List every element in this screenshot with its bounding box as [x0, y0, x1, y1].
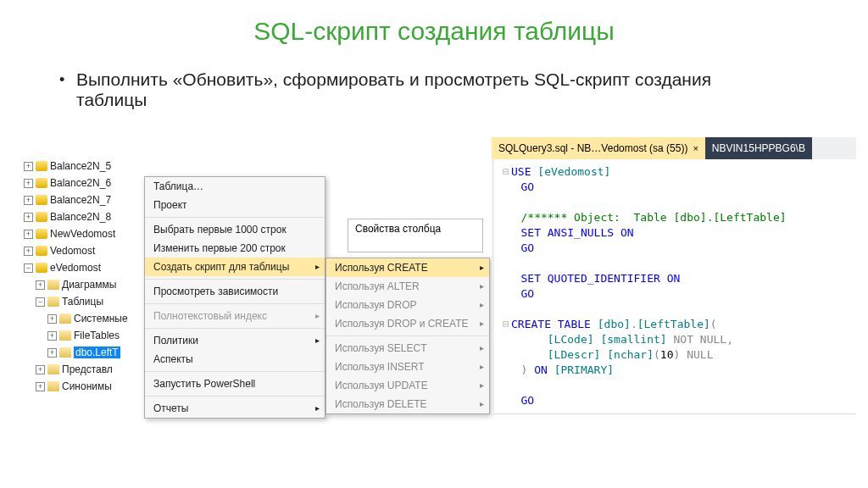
submenu-arrow-icon: ▸ [480, 319, 484, 328]
submenu-item-insert[interactable]: Используя INSERT▸ [326, 358, 489, 376]
folder-icon [59, 330, 71, 341]
tree-node[interactable]: +Синонимы [24, 378, 151, 395]
submenu-arrow-icon: ▸ [480, 300, 484, 309]
menu-separator [145, 217, 325, 218]
close-icon[interactable]: × [693, 143, 698, 153]
expand-icon[interactable]: + [36, 365, 45, 374]
database-icon [36, 263, 47, 273]
tree-node[interactable]: +Balance2N_5 [24, 158, 151, 175]
menu-separator [145, 396, 325, 396]
expand-icon[interactable]: + [24, 213, 33, 222]
menu-item-edit200[interactable]: Изменить первые 200 строк [145, 239, 325, 258]
column-properties-panel: Свойства столбца [348, 219, 483, 252]
submenu-arrow-icon: ▸ [480, 263, 484, 272]
tree-node[interactable]: +NewVedomost [24, 225, 151, 242]
menu-separator [145, 328, 325, 329]
submenu-item-alter[interactable]: Используя ALTER▸ [326, 277, 489, 296]
expand-icon[interactable]: + [24, 196, 33, 205]
database-icon [36, 161, 47, 171]
submenu-arrow-icon: ▸ [480, 399, 484, 408]
submenu-arrow-icon: ▸ [315, 336, 320, 345]
menu-item-script-table[interactable]: Создать скрипт для таблицы▸ [145, 258, 325, 276]
sql-code[interactable]: ⊟USE [eVedomost] GO /****** Object: Tabl… [492, 159, 856, 414]
tree-node-selected[interactable]: +dbo.LeftT [24, 344, 151, 361]
menu-item-fulltext: Полнотекстовый индекс▸ [145, 307, 325, 325]
fold-icon[interactable]: ⊟ [501, 164, 511, 180]
expand-icon[interactable]: + [47, 314, 57, 324]
instruction-bullet: Выполнить «Обновить», сформировать и про… [59, 69, 780, 110]
tree-node[interactable]: +Balance2N_8 [24, 208, 151, 225]
menu-item-table[interactable]: Таблица… [145, 177, 325, 196]
submenu-item-select[interactable]: Используя SELECT▸ [326, 339, 489, 358]
tree-node[interactable]: +Vedomost [24, 242, 151, 259]
tab-other[interactable]: NBVIN15HPPBG6\В [705, 137, 812, 159]
expand-icon[interactable]: + [36, 280, 45, 290]
object-explorer-tree[interactable]: +Balance2N_5 +Balance2N_6 +Balance2N_7 +… [24, 158, 151, 395]
menu-separator [145, 279, 325, 280]
menu-separator [145, 303, 325, 304]
menu-item-view-deps[interactable]: Просмотреть зависимости [145, 282, 325, 301]
expand-icon[interactable]: + [24, 162, 33, 171]
fold-icon[interactable]: ⊟ [501, 317, 511, 332]
expand-icon[interactable]: + [24, 230, 33, 239]
expand-icon[interactable]: + [24, 179, 33, 188]
database-icon [36, 178, 47, 188]
tree-node[interactable]: +Диаграммы [24, 276, 151, 293]
database-icon [36, 212, 47, 222]
tree-node[interactable]: −Таблицы [24, 293, 151, 310]
tab-active[interactable]: SQLQuery3.sql - NB…Vedomost (sa (55))× [492, 137, 705, 159]
submenu-item-create[interactable]: Используя CREATE▸ [326, 258, 489, 277]
tree-node[interactable]: +Balance2N_7 [24, 191, 151, 208]
submenu-script-as[interactable]: Используя CREATE▸ Используя ALTER▸ Испол… [326, 258, 490, 414]
submenu-item-delete[interactable]: Используя DELETE▸ [326, 395, 489, 413]
folder-icon [47, 381, 59, 391]
tree-node[interactable]: −eVedomost [24, 259, 151, 276]
folder-icon [59, 313, 71, 324]
menu-separator [145, 371, 325, 372]
expand-icon[interactable]: + [36, 382, 45, 391]
context-menu[interactable]: Таблица… Проект Выбрать первые 1000 стро… [144, 176, 326, 419]
submenu-arrow-icon: ▸ [315, 311, 320, 320]
tree-node[interactable]: +Системные [24, 310, 151, 327]
submenu-arrow-icon: ▸ [480, 380, 484, 390]
submenu-item-dropcreate[interactable]: Используя DROP и CREATE▸ [326, 314, 489, 333]
submenu-arrow-icon: ▸ [480, 343, 484, 352]
database-icon [36, 195, 47, 205]
expand-icon[interactable]: + [47, 331, 57, 341]
collapse-icon[interactable]: − [24, 263, 33, 273]
collapse-icon[interactable]: − [36, 297, 45, 307]
submenu-arrow-icon: ▸ [315, 262, 320, 271]
menu-item-select1000[interactable]: Выбрать первые 1000 строк [145, 220, 325, 239]
database-icon [36, 229, 47, 239]
sql-editor: SQLQuery3.sql - NB…Vedomost (sa (55))× N… [492, 137, 856, 414]
folder-icon [47, 297, 59, 307]
menu-item-aspects[interactable]: Аспекты [145, 350, 325, 369]
page-title: SQL-скрипт создания таблицы [0, 17, 868, 46]
submenu-arrow-icon: ▸ [315, 403, 320, 413]
folder-icon [47, 364, 59, 374]
tree-node[interactable]: +Balance2N_6 [24, 175, 151, 191]
editor-tabs[interactable]: SQLQuery3.sql - NB…Vedomost (sa (55))× N… [492, 137, 856, 159]
menu-item-powershell[interactable]: Запустить PowerShell [145, 374, 325, 393]
database-icon [36, 246, 47, 256]
tree-node[interactable]: +FileTables [24, 327, 151, 344]
expand-icon[interactable]: + [47, 348, 57, 358]
submenu-item-update[interactable]: Используя UPDATE▸ [326, 376, 489, 395]
expand-icon[interactable]: + [24, 247, 33, 256]
tree-node[interactable]: +Представл [24, 361, 151, 378]
submenu-arrow-icon: ▸ [480, 281, 484, 291]
submenu-item-drop[interactable]: Используя DROP▸ [326, 296, 489, 314]
menu-item-reports[interactable]: Отчеты▸ [145, 399, 325, 418]
menu-item-project[interactable]: Проект [145, 196, 325, 214]
menu-item-policies[interactable]: Политики▸ [145, 331, 325, 350]
submenu-arrow-icon: ▸ [480, 362, 484, 371]
folder-icon [47, 280, 59, 290]
menu-separator [326, 336, 489, 336]
table-icon [59, 347, 71, 358]
